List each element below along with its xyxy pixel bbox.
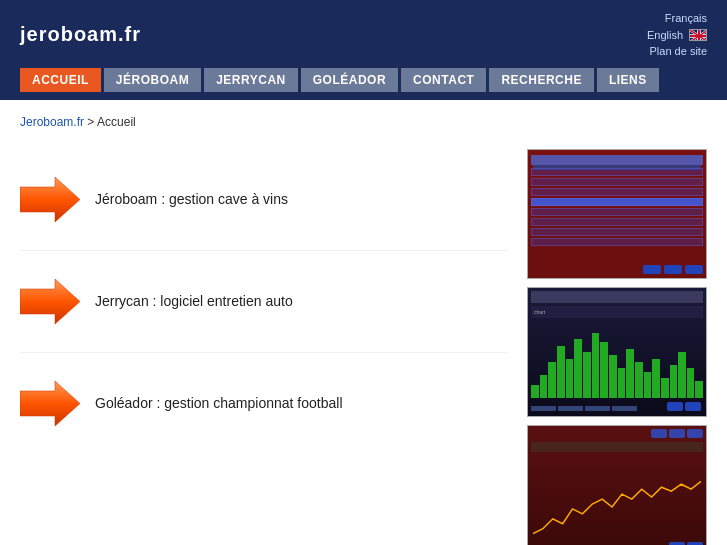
screenshot-inner xyxy=(528,150,706,278)
item-link[interactable]: Goléador : gestion championnat football xyxy=(95,395,343,411)
svg-marker-11 xyxy=(20,381,80,426)
arrow-icon xyxy=(20,381,80,426)
list-item: Goléador : gestion championnat football xyxy=(20,353,507,454)
screenshot-3 xyxy=(527,425,707,546)
navigation: ACCUEIL JÉROBOAM JERRYCAN GOLÉADOR CONTA… xyxy=(0,68,727,100)
svg-marker-9 xyxy=(20,177,80,222)
list-item: Jerrycan : logiciel entretien auto xyxy=(20,251,507,353)
nav-jerrycan[interactable]: JERRYCAN xyxy=(204,68,298,92)
item-label: Goléador : gestion championnat football xyxy=(95,395,343,411)
nav-jeroboam[interactable]: JÉROBOAM xyxy=(104,68,201,92)
main-content: Jeroboam.fr > Accueil Jérobo xyxy=(0,100,727,546)
screenshot-2: chart xyxy=(527,287,707,417)
language-area: Français English Plan de site xyxy=(647,10,707,60)
site-header: jeroboam.fr Français English xyxy=(0,0,727,68)
arrow-icon xyxy=(20,279,80,324)
item-link[interactable]: Jerrycan : logiciel entretien auto xyxy=(95,293,293,309)
item-link[interactable]: Jéroboam : gestion cave à vins xyxy=(95,191,288,207)
breadcrumb-current: Accueil xyxy=(97,115,136,129)
items-list: Jéroboam : gestion cave à vins xyxy=(20,149,507,546)
uk-flag-icon xyxy=(689,29,707,41)
nav-recherche[interactable]: RECHERCHE xyxy=(489,68,594,92)
nav-accueil[interactable]: ACCUEIL xyxy=(20,68,101,92)
item-label: Jéroboam : gestion cave à vins xyxy=(95,191,288,207)
english-lang-link[interactable]: English xyxy=(647,27,707,44)
arrow-icon xyxy=(20,177,80,222)
item-label: Jerrycan : logiciel entretien auto xyxy=(95,293,293,309)
screenshot-inner xyxy=(528,426,706,546)
plan-site-link[interactable]: Plan de site xyxy=(647,43,707,60)
screenshot-inner: chart xyxy=(528,288,706,416)
nav-goleador[interactable]: GOLÉADOR xyxy=(301,68,398,92)
screenshots-column: chart xyxy=(527,149,707,546)
site-title: jeroboam.fr xyxy=(20,23,141,46)
nav-contact[interactable]: CONTACT xyxy=(401,68,486,92)
french-lang-link[interactable]: Français xyxy=(647,10,707,27)
nav-liens[interactable]: LIENS xyxy=(597,68,659,92)
svg-marker-10 xyxy=(20,279,80,324)
content-area: Jéroboam : gestion cave à vins xyxy=(20,149,707,546)
breadcrumb-home-link[interactable]: Jeroboam.fr xyxy=(20,115,84,129)
breadcrumb: Jeroboam.fr > Accueil xyxy=(20,110,707,134)
list-item: Jéroboam : gestion cave à vins xyxy=(20,149,507,251)
screenshot-1 xyxy=(527,149,707,279)
